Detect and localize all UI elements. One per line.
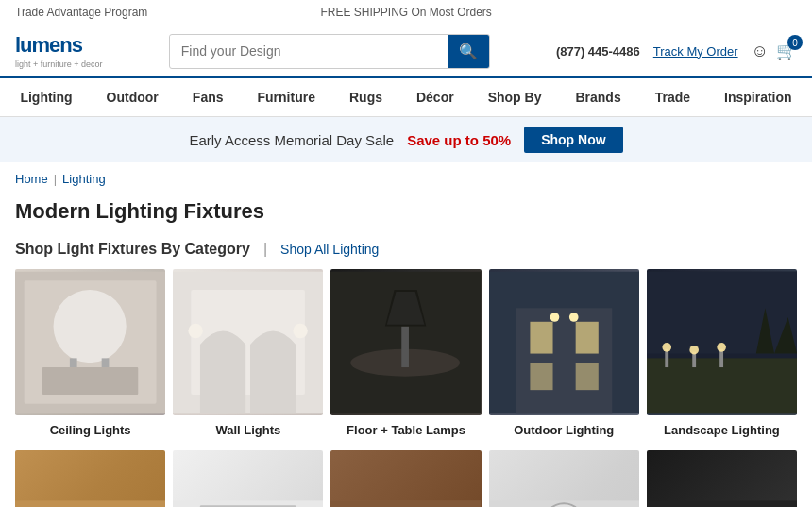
- product-image-row2-3: [330, 450, 481, 507]
- svg-rect-19: [530, 363, 552, 390]
- category-separator: |: [263, 241, 267, 258]
- promo-text: Early Access Memorial Day Sale: [189, 132, 394, 148]
- breadcrumb-home[interactable]: Home: [15, 172, 48, 186]
- svg-point-22: [569, 313, 579, 322]
- product-image-row2-1: [15, 450, 165, 507]
- svg-point-9: [294, 324, 308, 338]
- product-label-landscape: Landscape Lighting: [664, 423, 780, 437]
- logo[interactable]: lumens light + furniture + decor: [15, 33, 103, 69]
- page-title: Modern Lighting Fixtures: [0, 195, 812, 233]
- row2-4-svg: M: [489, 450, 639, 507]
- product-image-outdoor: [489, 269, 639, 415]
- search-bar: 🔍: [169, 34, 490, 69]
- row1-product-grid: Ceiling Lights Wall Lights: [0, 269, 812, 447]
- product-image-ceiling: [15, 269, 165, 415]
- row2-5-svg: Chandeliers: [647, 450, 797, 507]
- phone-number: (877) 445-4486: [556, 44, 640, 59]
- trade-program-link[interactable]: Trade Advantage Program: [15, 6, 147, 19]
- account-icon[interactable]: ☺: [752, 42, 769, 61]
- breadcrumb-separator: |: [54, 172, 57, 186]
- svg-rect-34: [15, 500, 165, 507]
- top-bar: Trade Advantage Program FREE SHIPPING On…: [0, 0, 812, 25]
- nav-item-lighting[interactable]: Lighting: [3, 78, 89, 116]
- nav-item-shopby[interactable]: Shop By: [471, 78, 559, 116]
- landscape-svg: [647, 269, 797, 415]
- svg-rect-40: [330, 500, 481, 507]
- product-image-floor: [330, 269, 481, 415]
- category-title: Shop Light Fixtures By Category: [15, 241, 250, 258]
- outdoor-svg: [489, 269, 639, 415]
- svg-rect-44: [647, 500, 797, 507]
- product-card-row2-4[interactable]: M: [489, 450, 639, 507]
- svg-point-8: [189, 324, 203, 338]
- product-image-row2-2: [173, 450, 323, 507]
- svg-rect-12: [402, 327, 410, 367]
- row2-1-svg: [15, 450, 165, 507]
- nav-item-furniture[interactable]: Furniture: [241, 78, 332, 116]
- main-nav: New Lighting Outdoor Fans Furniture Rugs…: [0, 76, 812, 117]
- header-icons: ☺ 🛒 0: [752, 41, 797, 61]
- svg-rect-20: [575, 363, 598, 390]
- header-right: (877) 445-4486 Track My Order ☺ 🛒 0: [556, 41, 797, 61]
- svg-rect-24: [647, 272, 797, 354]
- logo-text: lumens: [15, 33, 82, 57]
- row2-product-grid: M Chandeliers: [0, 450, 812, 507]
- nav-item-sale[interactable]: Sale: [809, 78, 812, 116]
- product-card-outdoor[interactable]: Outdoor Lighting: [489, 269, 639, 437]
- category-header: Shop Light Fixtures By Category | Shop A…: [0, 233, 812, 269]
- product-card-wall[interactable]: Wall Lights: [173, 269, 323, 437]
- track-order-link[interactable]: Track My Order: [653, 44, 738, 59]
- product-card-floor[interactable]: Floor + Table Lamps: [330, 269, 481, 437]
- product-label-floor: Floor + Table Lamps: [347, 423, 465, 437]
- logo-tagline: light + furniture + decor: [15, 59, 103, 69]
- product-image-landscape: [647, 269, 797, 415]
- row2-2-svg: [173, 450, 323, 507]
- svg-rect-5: [42, 367, 138, 395]
- product-label-outdoor: Outdoor Lighting: [514, 423, 614, 437]
- promo-cta-button[interactable]: Shop Now: [524, 127, 622, 153]
- nav-item-fans[interactable]: Fans: [176, 78, 241, 116]
- nav-item-trade[interactable]: Trade: [638, 78, 707, 116]
- product-card-row2-5[interactable]: Chandeliers: [647, 450, 797, 507]
- nav-item-inspiration[interactable]: Inspiration: [707, 78, 809, 116]
- product-card-row2-3[interactable]: [330, 450, 481, 507]
- nav-item-rugs[interactable]: Rugs: [332, 78, 399, 116]
- product-card-ceiling[interactable]: Ceiling Lights: [15, 269, 165, 437]
- svg-point-2: [54, 290, 127, 363]
- nav-item-decor[interactable]: Décor: [399, 78, 471, 116]
- product-image-wall: [173, 269, 323, 415]
- row2-3-svg: [330, 450, 481, 507]
- breadcrumb: Home | Lighting: [0, 162, 812, 195]
- search-button[interactable]: 🔍: [448, 35, 489, 68]
- header: lumens light + furniture + decor 🔍 (877)…: [0, 25, 812, 76]
- shipping-notice: FREE SHIPPING On Most Orders: [320, 6, 491, 19]
- search-input[interactable]: [170, 36, 448, 66]
- shop-all-link[interactable]: Shop All Lighting: [280, 242, 379, 257]
- svg-point-21: [550, 313, 559, 322]
- wall-svg: [173, 269, 323, 415]
- breadcrumb-section[interactable]: Lighting: [62, 172, 106, 186]
- product-card-row2-1[interactable]: [15, 450, 165, 507]
- cart-badge: 0: [787, 35, 803, 50]
- product-label-ceiling: Ceiling Lights: [50, 423, 131, 437]
- cart-icon[interactable]: 🛒 0: [776, 41, 797, 61]
- nav-item-outdoor[interactable]: Outdoor: [90, 78, 176, 116]
- product-image-row2-5: Chandeliers: [647, 450, 797, 507]
- nav-item-brands[interactable]: Brands: [558, 78, 637, 116]
- ceiling-svg: [15, 269, 165, 415]
- promo-save-text: Save up to 50%: [407, 132, 511, 148]
- svg-rect-18: [575, 322, 598, 354]
- floor-svg: [330, 269, 481, 415]
- svg-rect-17: [530, 322, 552, 354]
- product-image-row2-4: M: [489, 450, 639, 507]
- product-label-wall: Wall Lights: [215, 423, 280, 437]
- product-card-landscape[interactable]: Landscape Lighting: [647, 269, 797, 437]
- svg-point-31: [717, 343, 726, 352]
- svg-point-27: [662, 343, 671, 352]
- promo-banner: Early Access Memorial Day Sale Save up t…: [0, 117, 812, 162]
- product-card-row2-2[interactable]: [173, 450, 323, 507]
- svg-point-29: [689, 346, 699, 355]
